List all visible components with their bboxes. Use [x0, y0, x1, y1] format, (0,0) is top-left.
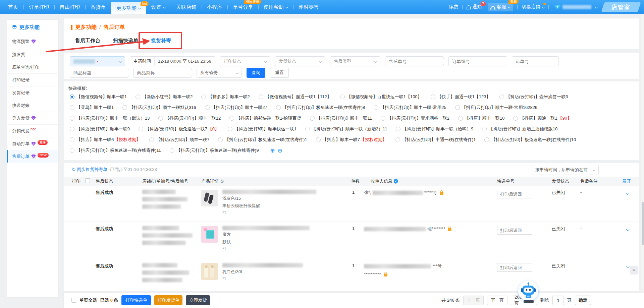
- express-template-option[interactable]: 【抖店】顺丰一联10: [458, 115, 504, 121]
- clear-icon[interactable]: ×: [96, 59, 98, 63]
- express-template-option[interactable]: 【抖店(云打印)】顺丰一联-常用162826: [455, 105, 537, 111]
- nav-item-使用帮助[interactable]: 使用帮助: [258, 0, 293, 14]
- sidebar-item-发货记录[interactable]: 发货记录: [7, 86, 58, 99]
- product-thumbnail[interactable]: [201, 190, 218, 206]
- express-template-option[interactable]: 【抖店(云打印)】申通一联(在线寄件)1: [395, 137, 476, 143]
- tracking-no-input[interactable]: [516, 59, 552, 64]
- switch-shop-button[interactable]: 切换店铺: [522, 4, 544, 10]
- sidebar-item-售后订单[interactable]: 售后订单NEW: [7, 150, 58, 163]
- row-expand-button[interactable]: [625, 191, 629, 196]
- tab-换货补寄[interactable]: 换货补寄: [150, 38, 172, 49]
- express-template-option[interactable]: 【抖店】顺丰一联7【授权过期】: [316, 137, 387, 143]
- express-template-option[interactable]: 【抖店(云打印)】极兔速递一联7【0】: [139, 126, 219, 132]
- tracking-input[interactable]: [497, 190, 532, 198]
- express-template-option[interactable]: 【拼多多】顺丰一联2: [201, 94, 250, 100]
- row-expand-button[interactable]: [625, 227, 629, 232]
- nav-item-更多功能[interactable]: 更多功能hot: [111, 2, 146, 14]
- print-shipping-button[interactable]: 打印发货单: [154, 295, 182, 305]
- tracking-input[interactable]: [497, 226, 532, 235]
- tracking-input[interactable]: [497, 263, 532, 272]
- sidebar-item-分销代发[interactable]: 分销代发hot: [7, 124, 58, 137]
- express-template-option[interactable]: 【抖店(云打印)】顺丰一联-常用25: [374, 105, 446, 111]
- express-template-option[interactable]: 【抖店(云打印)】顺丰一联（新增2）11: [305, 126, 387, 132]
- lock-icon[interactable]: [448, 228, 451, 231]
- assistant-robot-button[interactable]: [518, 281, 539, 303]
- store-select[interactable]: ×: [70, 56, 125, 66]
- notifications-button[interactable]: 通知 7: [467, 4, 482, 10]
- ship-status-select[interactable]: 发货状态: [275, 56, 325, 66]
- zoom-in-icon[interactable]: ⊕: [270, 147, 275, 154]
- next-page-button[interactable]: 下一页: [487, 296, 507, 305]
- sidebar-item-底单查询/打印[interactable]: 底单查询/打印: [7, 61, 58, 73]
- nav-item-备货单[interactable]: 备货单: [85, 0, 111, 14]
- expand-all-link[interactable]: 展开: [622, 178, 631, 184]
- confirm-page-button[interactable]: 确定: [575, 296, 591, 305]
- nav-item-关联店铺[interactable]: 关联店铺: [171, 0, 202, 14]
- renew-link[interactable]: 续费: [449, 4, 458, 10]
- nav-item-小程序[interactable]: 小程序: [202, 0, 227, 14]
- product-thumbnail[interactable]: [201, 226, 218, 243]
- print-express-button[interactable]: 打印快递单: [121, 295, 151, 305]
- product-short-input[interactable]: [137, 70, 196, 75]
- product-thumbnail[interactable]: [201, 263, 218, 280]
- express-template-option[interactable]: 【快手】圆通一联1【123】: [431, 94, 491, 100]
- tab-售后工作台[interactable]: 售后工作台: [74, 38, 101, 49]
- express-template-option[interactable]: 【抖店(云打印)】顺丰一联12: [158, 115, 221, 121]
- scroll-down-floater[interactable]: [630, 266, 638, 274]
- express-template-option[interactable]: 【抖店(云打印)】壹米滴答一联2: [381, 115, 449, 121]
- sidebar-item-导入发货[interactable]: 导入发货: [7, 112, 58, 124]
- page-number-input[interactable]: [552, 296, 564, 305]
- nav-item-订单打印[interactable]: 订单打印: [23, 0, 54, 14]
- tab-扫描快递单[interactable]: 扫描快递单: [112, 38, 139, 49]
- shield-icon[interactable]: [394, 179, 398, 184]
- nav-item-单号分享[interactable]: 单号分享省快递费: [227, 0, 258, 14]
- order-no-input[interactable]: [452, 59, 511, 64]
- product-title-input[interactable]: [73, 70, 132, 75]
- lock-icon[interactable]: [440, 192, 443, 195]
- gear-icon[interactable]: ⚙: [220, 179, 224, 184]
- express-template-option[interactable]: 【抖店】顺丰一联6【授权过期】: [70, 137, 141, 143]
- express-template-option[interactable]: 【微信视频号】百世快运一联1【100】: [340, 94, 422, 100]
- row-expand-button[interactable]: [625, 264, 629, 269]
- express-template-option[interactable]: 【抖店(云打印)】顺丰一联27: [205, 105, 267, 111]
- print-status-select[interactable]: 打印状态: [220, 56, 270, 66]
- express-template-option[interactable]: 【抖店】德邦快递一联1-恰噶百货: [229, 115, 301, 121]
- sidebar-item-预发货[interactable]: 预发货: [7, 48, 58, 61]
- nav-item-首页[interactable]: 首页: [3, 0, 23, 14]
- sidebar-item-打印记录[interactable]: 打印记录: [7, 73, 58, 86]
- date-range-picker[interactable]: 申请时间 12-18 00:00 至 01-16 23:59: [130, 56, 215, 66]
- header-select-all-checkbox[interactable]: [85, 178, 90, 183]
- express-template-option[interactable]: 【抖店(云打印)】顺丰一联7: [149, 137, 209, 143]
- express-template-option[interactable]: 【抖店(云打印)】极兔速递一联(在线寄件)10: [484, 137, 576, 143]
- prev-page-button[interactable]: 上一页: [463, 296, 484, 305]
- sidebar-item-快递对账[interactable]: 快递对账: [7, 99, 58, 112]
- search-button[interactable]: 查询: [247, 68, 265, 78]
- express-template-option[interactable]: 【抖店(云打印)】极兔速递一联(在线寄件)11: [70, 147, 161, 153]
- express-template-option[interactable]: 【抖店(云打印)】顺丰一联（默认）13: [70, 115, 150, 121]
- express-template-option[interactable]: 【抖店(云打印)】极兔速递一联(在线寄件)8: [276, 105, 365, 111]
- zoom-out-icon[interactable]: ⊖: [278, 147, 282, 154]
- user-account[interactable]: V: [553, 4, 597, 10]
- express-template-option[interactable]: 【抖店(云打印)】顺丰快运一联1: [228, 126, 297, 132]
- express-template-option[interactable]: 【新版小红书】顺丰一联2: [136, 94, 193, 100]
- express-template-option[interactable]: 【微信视频号】圆通一联1【112】: [259, 94, 331, 100]
- express-template-option[interactable]: 【菜鸟】顺丰一联1: [70, 105, 114, 111]
- aftersale-no-input[interactable]: [389, 59, 447, 64]
- express-template-option[interactable]: 【微信视频号】顺丰一联1: [70, 94, 127, 100]
- express-template-option[interactable]: 【抖店(云打印)】壹米滴答一联3: [499, 94, 568, 100]
- province-select[interactable]: 所有省份: [197, 68, 242, 78]
- reset-button[interactable]: 重置: [270, 68, 289, 78]
- express-template-option[interactable]: 【抖店(云打印)】顺丰一联默认316: [122, 105, 196, 111]
- express-template-option[interactable]: 【抖店(云打印)】顺丰一联（恰喝）9: [396, 126, 473, 132]
- sidebar-item-物流预警[interactable]: 物流预警: [7, 35, 58, 48]
- customer-service-button[interactable]: 客服 客服: [488, 3, 513, 11]
- nav-item-即时零售[interactable]: 即时零售: [293, 0, 324, 14]
- page-scrollbar[interactable]: [641, 14, 644, 308]
- lock-icon[interactable]: [384, 274, 387, 276]
- sort-order-select[interactable]: 按申请时间，后申请的在前: [532, 165, 599, 175]
- express-template-option[interactable]: 【抖店(云打印)】顺丰一联11: [310, 115, 372, 121]
- aftersale-type-select[interactable]: 售后类型: [330, 56, 380, 66]
- express-template-option[interactable]: 【抖店(云打印)】顺丰一联9: [70, 126, 130, 132]
- express-template-option[interactable]: 【抖店(云打印)】极兔速递一联(在线寄件)1: [218, 137, 307, 143]
- nav-item-自由打印[interactable]: 自由打印: [54, 0, 85, 14]
